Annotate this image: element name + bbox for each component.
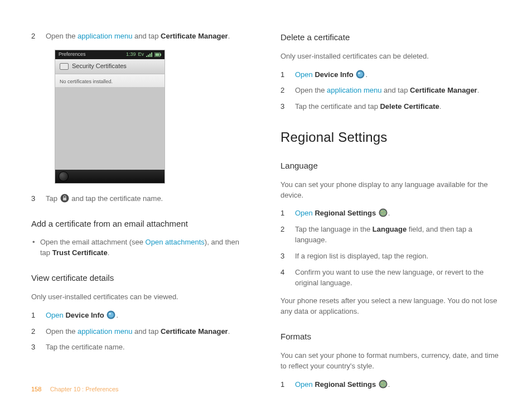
page-footer: 158 Chapter 10 : Preferences bbox=[31, 385, 119, 394]
formats-intro: You can set your phone to format numbers… bbox=[280, 351, 499, 372]
lock-round-icon bbox=[60, 194, 69, 203]
launcher-orb-icon bbox=[59, 171, 69, 181]
phone-screenshot: Preferences 1:39 Ev Security Certificate… bbox=[55, 50, 165, 184]
svg-point-10 bbox=[358, 72, 360, 74]
formats-steps: Open Regional Settings . bbox=[280, 380, 499, 390]
status-time: 1:39 bbox=[126, 51, 136, 58]
heading-language: Language bbox=[280, 160, 499, 172]
text: . bbox=[439, 102, 442, 111]
text: Open the bbox=[295, 86, 327, 94]
left-column: Open the application menu and tap Certif… bbox=[31, 31, 249, 397]
list-item: Open the email attachment (see Open atta… bbox=[31, 237, 249, 258]
bold-text: Delete Certificate bbox=[380, 102, 439, 111]
battery-icon bbox=[154, 52, 161, 57]
step-item: If a region list is displayed, tap the r… bbox=[280, 251, 499, 262]
text: Tap the language in the bbox=[295, 225, 373, 233]
text: . bbox=[388, 209, 390, 217]
initial-steps: Open the application menu and tap Certif… bbox=[31, 31, 249, 42]
phone-statusbar: Preferences 1:39 Ev bbox=[55, 50, 165, 59]
step-item: Open the application menu and tap Certif… bbox=[31, 31, 249, 42]
language-note: Your phone resets after you select a new… bbox=[280, 296, 499, 317]
card-icon bbox=[60, 63, 69, 70]
text: and tap bbox=[132, 32, 161, 40]
svg-rect-2 bbox=[160, 54, 161, 56]
text: and tap bbox=[132, 327, 161, 336]
svg-rect-4 bbox=[63, 198, 66, 200]
view-cert-intro: Only user-installed certificates can be … bbox=[31, 292, 249, 303]
text: . bbox=[388, 380, 390, 389]
language-steps: Open Regional Settings . Tap the languag… bbox=[280, 208, 499, 288]
step-item: Tap and tap the certificate name. bbox=[31, 194, 249, 204]
text: Tap bbox=[46, 194, 60, 203]
language-intro: You can set your phone display to any la… bbox=[280, 180, 499, 201]
view-cert-steps: Open Device Info . Open the application … bbox=[31, 310, 249, 353]
device-info-icon bbox=[356, 70, 365, 79]
text: . bbox=[228, 32, 230, 40]
step-item: Tap the certificate and tap Delete Certi… bbox=[280, 102, 499, 112]
device-info-icon bbox=[107, 310, 115, 319]
step-item: Open Device Info . bbox=[280, 70, 499, 80]
heading-add-cert: Add a certificate from an email attachme… bbox=[31, 218, 249, 230]
text: . bbox=[477, 86, 480, 94]
step-item: Open Regional Settings . bbox=[280, 208, 499, 219]
bold-text: Trust Certificate bbox=[52, 248, 108, 257]
text: . bbox=[116, 311, 118, 319]
svg-point-9 bbox=[357, 71, 363, 77]
bold-text: Device Info bbox=[65, 311, 104, 319]
breadcrumb: Chapter 10 : Preferences bbox=[50, 386, 119, 392]
phone-appbar: Security Certificates bbox=[55, 59, 165, 74]
svg-point-6 bbox=[108, 312, 114, 318]
heading-regional-settings: Regional Settings bbox=[280, 128, 499, 147]
page: Open the application menu and tap Certif… bbox=[0, 0, 532, 412]
link-application-menu[interactable]: application menu bbox=[78, 327, 132, 336]
link-open[interactable]: Open bbox=[295, 70, 313, 79]
svg-point-7 bbox=[109, 313, 111, 314]
phone-launcher bbox=[55, 170, 165, 183]
add-cert-bullets: Open the email attachment (see Open atta… bbox=[31, 237, 249, 258]
delete-steps: Open Device Info . Open the application … bbox=[280, 70, 499, 113]
right-column: Delete a certificate Only user-installed… bbox=[280, 31, 499, 397]
signal-icon bbox=[146, 52, 152, 57]
text: Tap the certificate and tap bbox=[295, 102, 380, 111]
step-item: Open the application menu and tap Certif… bbox=[280, 85, 499, 96]
phone-body bbox=[55, 87, 165, 170]
heading-view-cert: View certificate details bbox=[31, 272, 249, 284]
regional-settings-icon bbox=[379, 208, 388, 217]
link-application-menu[interactable]: application menu bbox=[327, 86, 381, 94]
text: and tap bbox=[381, 86, 410, 94]
bold-text: Certificate Manager bbox=[161, 32, 228, 40]
bold-text: Device Info bbox=[315, 70, 353, 79]
text: . bbox=[108, 248, 110, 257]
link-open-attachments[interactable]: Open attachments bbox=[146, 238, 205, 246]
bold-text: Certificate Manager bbox=[161, 327, 228, 336]
step3-list: Tap and tap the certificate name. bbox=[31, 194, 249, 204]
page-number: 158 bbox=[31, 386, 41, 392]
text: Open the bbox=[46, 327, 78, 336]
delete-intro: Only user-installed certificates can be … bbox=[280, 51, 499, 62]
link-application-menu[interactable]: application menu bbox=[78, 32, 132, 40]
status-net: Ev bbox=[138, 51, 144, 58]
link-open[interactable]: Open bbox=[295, 380, 313, 389]
step-item: Open the application menu and tap Certif… bbox=[31, 327, 249, 337]
bold-text: Language bbox=[373, 225, 407, 233]
text: Open the bbox=[46, 32, 78, 40]
link-open[interactable]: Open bbox=[46, 311, 64, 319]
step-item: Open Regional Settings . bbox=[280, 380, 499, 390]
heading-formats: Formats bbox=[280, 330, 499, 343]
svg-point-14 bbox=[380, 381, 386, 387]
text: and tap the certificate name. bbox=[70, 194, 163, 203]
content-columns: Open the application menu and tap Certif… bbox=[0, 0, 532, 397]
text: . bbox=[228, 327, 230, 336]
status-right: 1:39 Ev bbox=[126, 51, 161, 58]
svg-point-12 bbox=[380, 210, 386, 217]
step-item: Tap the language in the Language field, … bbox=[280, 224, 499, 246]
step-item: Confirm you want to use the new language… bbox=[280, 267, 499, 289]
appbar-title: Security Certificates bbox=[72, 62, 127, 71]
text: Open the email attachment (see bbox=[40, 238, 146, 246]
status-left: Preferences bbox=[59, 51, 86, 58]
text: . bbox=[365, 70, 367, 79]
link-open[interactable]: Open bbox=[295, 209, 313, 217]
bold-text: Regional Settings bbox=[315, 209, 376, 217]
step-item: Tap the certificate name. bbox=[31, 342, 249, 353]
step-item: Open Device Info . bbox=[31, 310, 249, 321]
